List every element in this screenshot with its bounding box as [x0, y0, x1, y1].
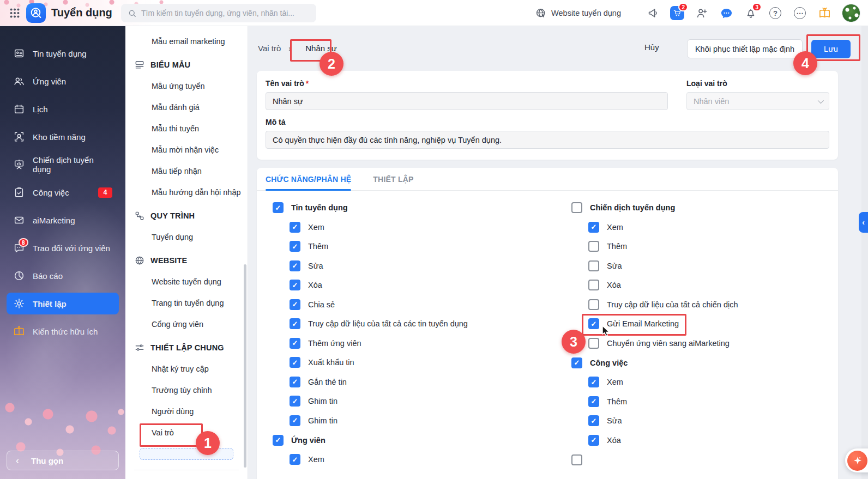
permission-row[interactable]: ✓Truy cập dữ liệu của tất cả các tin tuy… — [273, 318, 567, 330]
submenu-item-users[interactable]: Người dùng — [125, 401, 248, 422]
submenu-item-onboarding-template[interactable]: Mẫu tiếp nhận — [125, 160, 248, 181]
website-link[interactable]: Website tuyển dụng — [535, 8, 621, 19]
ai-assistant-button[interactable] — [845, 448, 868, 472]
submenu-item-custom-fields[interactable]: Trường tùy chỉnh — [125, 379, 248, 401]
permission-group-row[interactable]: Chiến dịch tuyển dụng — [571, 202, 828, 214]
checkbox-checked-icon[interactable]: ✓ — [290, 396, 300, 407]
submenu-item-evaluation-template[interactable]: Mẫu đánh giá — [125, 96, 248, 118]
description-input[interactable] — [266, 131, 829, 149]
page-scrollbar[interactable] — [861, 26, 868, 479]
checkbox-checked-icon[interactable]: ✓ — [588, 377, 599, 387]
checkbox-checked-icon[interactable]: ✓ — [290, 338, 300, 349]
permission-row[interactable]: ✓Xem — [571, 376, 828, 388]
checkbox-checked-icon[interactable]: ✓ — [290, 454, 300, 465]
checkbox-checked-icon[interactable]: ✓ — [290, 415, 300, 426]
permission-group-row[interactable]: ✓Công việc — [571, 357, 828, 369]
permission-row[interactable]: Truy cập dữ liệu của tất cả chiến dịch — [571, 299, 828, 311]
checkbox-checked-icon[interactable]: ✓ — [588, 415, 599, 426]
sidebar-item-settings[interactable]: Thiết lập — [7, 293, 119, 314]
submenu-scrollbar-thumb[interactable] — [244, 264, 246, 468]
announcement-button[interactable] — [646, 6, 660, 20]
submenu-item-application-template[interactable]: Mẫu ứng tuyển — [125, 75, 248, 96]
user-avatar[interactable] — [842, 4, 860, 22]
sidebar-item-tasks[interactable]: Công việc 4 — [7, 181, 119, 203]
permission-row[interactable]: ✓Ghim tin — [273, 395, 567, 407]
permission-row[interactable]: ✓Thêm ứng viên — [273, 337, 567, 349]
checkbox-unchecked-icon[interactable] — [571, 454, 582, 465]
permission-row[interactable]: Sửa — [571, 260, 828, 272]
checkbox-checked-icon[interactable]: ✓ — [290, 318, 300, 329]
checkbox-checked-icon[interactable]: ✓ — [588, 318, 599, 329]
checkbox-unchecked-icon[interactable] — [588, 299, 599, 310]
sidebar-item-candidates[interactable]: Ứng viên — [7, 70, 119, 92]
checkbox-checked-icon[interactable]: ✓ — [588, 396, 599, 407]
checkbox-checked-icon[interactable]: ✓ — [588, 435, 599, 446]
permission-group-row[interactable]: ✓Tin tuyển dụng — [273, 202, 567, 214]
checkbox-checked-icon[interactable]: ✓ — [273, 202, 284, 213]
permission-row[interactable]: Xóa — [571, 279, 828, 291]
submenu-item-job-news-page[interactable]: Trang tin tuyển dụng — [125, 292, 248, 313]
sidebar-item-campaigns[interactable]: Chiến dịch tuyển dụng — [7, 154, 119, 175]
permission-row[interactable]: ✓Thêm — [571, 396, 828, 408]
checkbox-unchecked-icon[interactable] — [588, 338, 599, 349]
submenu-extra-item-clipped[interactable] — [140, 448, 233, 460]
submenu-item-recruitment-website[interactable]: Website tuyển dụng — [125, 271, 248, 292]
submenu-item-email-marketing-template[interactable]: Mẫu email marketing — [125, 31, 248, 52]
checkbox-unchecked-icon[interactable] — [588, 241, 599, 252]
marketplace-cart-button[interactable]: 2 — [670, 6, 684, 20]
permission-row[interactable]: ✓Sửa — [273, 260, 567, 272]
checkbox-checked-icon[interactable]: ✓ — [571, 357, 582, 368]
tab-functions[interactable]: CHỨC NĂNG/PHÂN HỆ — [266, 168, 351, 190]
panel-expand-tab[interactable]: ‹ — [859, 212, 868, 233]
app-grid-icon[interactable] — [9, 7, 21, 19]
sidebar-item-aimarketing[interactable]: aiMarketing — [7, 209, 119, 231]
sidebar-item-candidate-chat[interactable]: 8 Trao đổi với ứng viên — [7, 237, 119, 259]
permission-row[interactable]: ✓Sửa — [571, 415, 828, 427]
checkbox-unchecked-icon[interactable] — [588, 260, 599, 271]
help-button[interactable]: ? — [768, 6, 782, 20]
permission-row[interactable]: ✓Ghim tin — [273, 415, 567, 427]
checkbox-checked-icon[interactable]: ✓ — [290, 222, 300, 233]
permission-row[interactable]: ✓Xóa — [273, 279, 567, 291]
sidebar-item-reports[interactable]: Báo cáo — [7, 265, 119, 287]
permission-row[interactable]: ✓Chia sẻ — [273, 299, 567, 311]
submenu-item-roles[interactable]: Vai trò — [125, 422, 248, 443]
checkbox-checked-icon[interactable]: ✓ — [290, 299, 300, 310]
restore-defaults-button[interactable]: Khôi phục thiết lập mặc định — [687, 39, 803, 58]
sidebar-item-calendar[interactable]: Lịch — [7, 98, 119, 120]
sidebar-item-knowledge[interactable]: Kiến thức hữu ích — [7, 320, 119, 342]
checkbox-checked-icon[interactable]: ✓ — [290, 357, 300, 368]
checkbox-checked-icon[interactable]: ✓ — [588, 222, 599, 233]
more-options-button[interactable]: ⋯ — [793, 6, 807, 20]
permission-group-row-clipped[interactable] — [571, 454, 828, 466]
permission-row[interactable]: ✓Thêm — [273, 240, 567, 252]
role-name-input[interactable] — [266, 92, 668, 110]
breadcrumb-root[interactable]: Vai trò — [258, 44, 281, 53]
sidebar-item-job-posts[interactable]: Tin tuyển dụng — [7, 43, 119, 64]
permission-row-send-email-marketing[interactable]: ✓Gửi Email Marketing — [571, 318, 828, 330]
knowledge-button[interactable] — [817, 6, 831, 20]
permission-row[interactable]: ✓Xuất khẩu tin — [273, 356, 567, 368]
submenu-item-access-log[interactable]: Nhật ký truy cập — [125, 358, 248, 379]
chat-support-button[interactable] — [719, 6, 733, 20]
submenu-item-candidate-portal[interactable]: Cổng ứng viên — [125, 313, 248, 335]
checkbox-unchecked-icon[interactable] — [588, 280, 599, 290]
save-button[interactable]: Lưu — [811, 40, 851, 58]
permission-row[interactable]: ✓Xem — [273, 453, 567, 465]
submenu-item-offer-template[interactable]: Mẫu mời nhận việc — [125, 139, 248, 160]
permission-row[interactable]: ✓Xóa — [571, 434, 828, 446]
global-search[interactable] — [121, 4, 316, 22]
permission-row[interactable]: Thêm — [571, 240, 828, 252]
checkbox-checked-icon[interactable]: ✓ — [273, 435, 284, 446]
permission-group-row[interactable]: ✓Ứng viên — [273, 434, 567, 446]
checkbox-checked-icon[interactable]: ✓ — [290, 280, 300, 290]
cancel-button[interactable]: Hủy — [644, 43, 659, 52]
collapse-sidebar-button[interactable]: ‹ Thu gọn — [7, 451, 119, 470]
search-input[interactable] — [141, 9, 310, 17]
checkbox-checked-icon[interactable]: ✓ — [290, 260, 300, 271]
checkbox-checked-icon[interactable]: ✓ — [290, 241, 300, 252]
permission-row[interactable]: ✓Gắn thẻ tin — [273, 376, 567, 388]
submenu-item-integration-guide-template[interactable]: Mẫu hướng dẫn hội nhập — [125, 181, 248, 203]
permission-row[interactable]: ✓Xem — [571, 221, 828, 233]
add-user-button[interactable] — [695, 6, 709, 20]
